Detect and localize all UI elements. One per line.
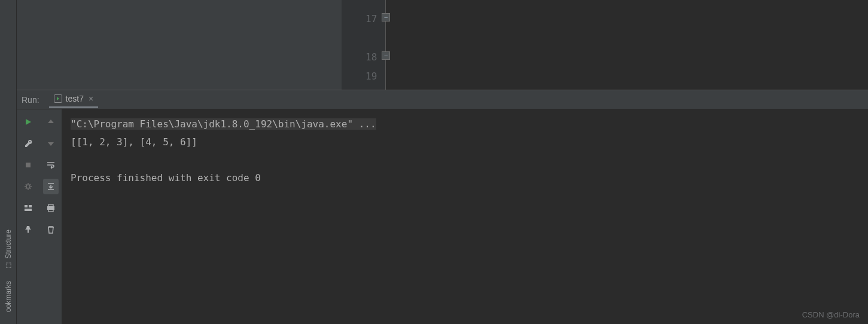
watermark: CSDN @di-Dora <box>802 310 860 319</box>
layout-button[interactable] <box>20 200 36 216</box>
scroll-to-end-button[interactable] <box>43 179 59 194</box>
wrench-button[interactable] <box>20 136 36 151</box>
structure-tab[interactable]: ⬚ Structure <box>3 224 14 275</box>
stop-button[interactable] <box>20 157 36 173</box>
soft-wrap-button[interactable] <box>43 157 59 173</box>
run-toolbar-primary <box>17 109 39 324</box>
editor-gutter: 17 – 18 – 19 <box>342 0 386 90</box>
console-line: [[1, 2, 3], [4, 5, 6]] <box>71 136 197 148</box>
run-config-icon <box>54 94 62 103</box>
structure-icon: ⬚ <box>4 261 12 269</box>
up-button[interactable] <box>43 114 59 130</box>
line-number: 17 <box>366 13 377 25</box>
debug-settings-button[interactable] <box>20 179 36 194</box>
run-tab[interactable]: test7 × <box>49 91 99 108</box>
down-button[interactable] <box>43 136 59 151</box>
svg-rect-4 <box>25 209 32 211</box>
pin-button[interactable] <box>20 222 36 237</box>
line-number: 18 <box>366 51 377 63</box>
line-number: 19 <box>366 71 377 82</box>
console-output[interactable]: "C:\Program Files\Java\jdk1.8.0_192\bin\… <box>62 109 868 324</box>
gutter-spacer <box>366 29 377 48</box>
close-icon[interactable]: × <box>89 94 93 103</box>
bookmarks-label: ookmarks <box>4 281 13 312</box>
run-header: Run: test7 × <box>17 90 868 109</box>
trash-button[interactable] <box>43 222 59 237</box>
fold-marker-icon[interactable]: – <box>382 13 390 22</box>
print-button[interactable] <box>43 200 59 216</box>
run-toolbar-secondary <box>39 109 62 324</box>
rerun-button[interactable] <box>20 114 36 130</box>
fold-marker-icon[interactable]: – <box>382 51 390 60</box>
svg-rect-2 <box>25 205 28 207</box>
bookmarks-tab[interactable]: ookmarks <box>3 275 14 318</box>
svg-rect-5 <box>48 204 53 206</box>
console-line: Process finished with exit code 0 <box>71 172 261 184</box>
run-tab-label: test7 <box>66 94 84 103</box>
svg-point-1 <box>26 185 30 188</box>
svg-rect-3 <box>29 205 32 207</box>
code-editor[interactable]: 17 – 18 – 19 }*/ no usages public static… <box>17 0 868 90</box>
console-cmd: "C:\Program Files\Java\jdk1.8.0_192\bin\… <box>71 118 376 130</box>
editor-spacer <box>17 0 342 90</box>
structure-label: Structure <box>4 230 13 259</box>
svg-rect-0 <box>26 163 31 167</box>
left-sidebar: ⬚ Structure ookmarks <box>0 0 17 324</box>
run-label: Run: <box>22 95 39 105</box>
